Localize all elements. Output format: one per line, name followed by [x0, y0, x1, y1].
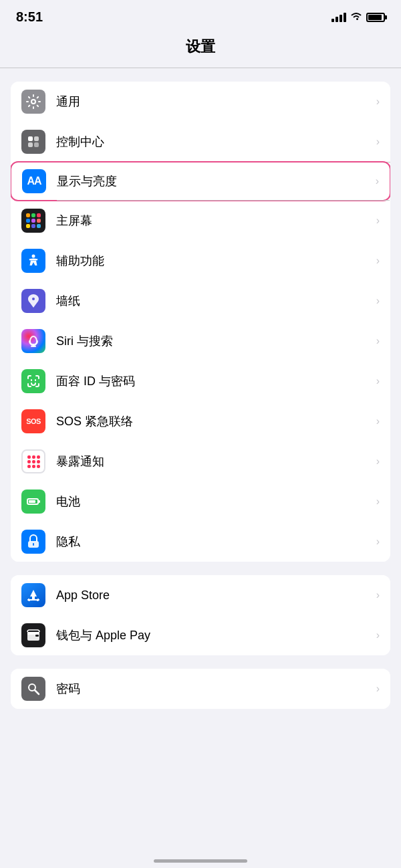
accessibility-icon [21, 249, 45, 273]
settings-item-privacy[interactable]: 隐私 › [11, 522, 390, 562]
battery-chevron: › [376, 496, 380, 508]
settings-item-sos[interactable]: SOS SOS 紧急联络 › [11, 401, 390, 441]
appstore-icon [21, 583, 45, 607]
home-screen-icon [21, 209, 45, 233]
wallpaper-icon [21, 289, 45, 313]
signal-icon [331, 13, 346, 22]
passwords-icon [21, 677, 45, 701]
siri-label: Siri 与搜索 [56, 333, 376, 349]
general-icon [21, 90, 45, 114]
svg-rect-16 [35, 635, 39, 637]
siri-icon [21, 329, 45, 353]
settings-item-display[interactable]: AA 显示与亮度 › [11, 161, 390, 201]
settings-group-2: App Store › 钱包与 Apple Pay › [11, 575, 390, 655]
control-center-chevron: › [376, 136, 380, 148]
settings-item-general[interactable]: 通用 › [11, 82, 390, 122]
wallpaper-chevron: › [376, 295, 380, 307]
settings-item-passwords[interactable]: 密码 › [11, 669, 390, 709]
settings-item-exposure[interactable]: 暴露通知 › [11, 441, 390, 481]
settings-group-3: 密码 › [11, 669, 390, 709]
svg-rect-2 [34, 136, 39, 141]
svg-rect-11 [29, 500, 35, 503]
home-screen-chevron: › [376, 215, 380, 227]
battery-icon [366, 13, 385, 22]
battery-label: 电池 [56, 494, 376, 510]
settings-item-battery[interactable]: 电池 › [11, 481, 390, 522]
top-divider [0, 68, 401, 68]
page-title-container: 设置 [0, 30, 401, 68]
sos-icon: SOS [21, 409, 45, 433]
wallet-icon [21, 623, 45, 647]
battery-icon [21, 490, 45, 514]
general-chevron: › [376, 96, 380, 108]
svg-point-0 [31, 100, 35, 104]
sos-label: SOS 紧急联络 [56, 413, 376, 429]
settings-item-wallpaper[interactable]: 墙纸 › [11, 281, 390, 321]
general-label: 通用 [56, 94, 376, 110]
accessibility-chevron: › [376, 255, 380, 267]
page-title: 设置 [186, 38, 215, 55]
faceid-chevron: › [376, 375, 380, 387]
display-chevron: › [376, 175, 379, 187]
home-indicator [154, 859, 247, 863]
passwords-chevron: › [376, 683, 380, 695]
passwords-label: 密码 [56, 681, 376, 697]
wifi-icon [350, 11, 362, 23]
control-center-label: 控制中心 [56, 134, 376, 150]
settings-item-faceid[interactable]: 面容 ID 与密码 › [11, 361, 390, 401]
appstore-chevron: › [376, 589, 380, 601]
svg-rect-3 [28, 142, 33, 147]
wallet-label: 钱包与 Apple Pay [56, 627, 376, 643]
accessibility-label: 辅助功能 [56, 253, 376, 269]
faceid-label: 面容 ID 与密码 [56, 373, 376, 389]
privacy-icon [21, 530, 45, 554]
wallet-chevron: › [376, 629, 380, 641]
svg-point-5 [32, 255, 35, 258]
settings-item-siri[interactable]: Siri 与搜索 › [11, 321, 390, 361]
exposure-icon [21, 449, 45, 473]
svg-rect-4 [34, 142, 39, 147]
display-icon: AA [22, 169, 46, 193]
status-icons [331, 11, 385, 23]
siri-chevron: › [376, 335, 380, 347]
status-time: 8:51 [16, 9, 43, 25]
status-bar: 8:51 [0, 0, 401, 30]
svg-rect-1 [28, 136, 33, 141]
svg-point-6 [32, 298, 35, 300]
exposure-chevron: › [376, 455, 380, 467]
settings-item-home-screen[interactable]: 主屏幕 › [11, 201, 390, 241]
settings-item-control-center[interactable]: 控制中心 › [11, 122, 390, 162]
sos-chevron: › [376, 415, 380, 427]
privacy-chevron: › [376, 536, 380, 548]
home-screen-label: 主屏幕 [56, 213, 376, 229]
settings-item-appstore[interactable]: App Store › [11, 575, 390, 615]
wallpaper-label: 墙纸 [56, 293, 376, 309]
settings-item-wallet[interactable]: 钱包与 Apple Pay › [11, 615, 390, 655]
appstore-label: App Store [56, 588, 376, 603]
settings-item-accessibility[interactable]: 辅助功能 › [11, 241, 390, 281]
exposure-label: 暴露通知 [56, 453, 376, 469]
display-label: 显示与亮度 [57, 173, 376, 189]
privacy-label: 隐私 [56, 534, 376, 550]
svg-rect-15 [27, 632, 39, 635]
faceid-icon [21, 369, 45, 393]
control-center-icon [21, 130, 45, 154]
settings-group-1: 通用 › 控制中心 › AA 显示与亮度 › [11, 82, 390, 562]
